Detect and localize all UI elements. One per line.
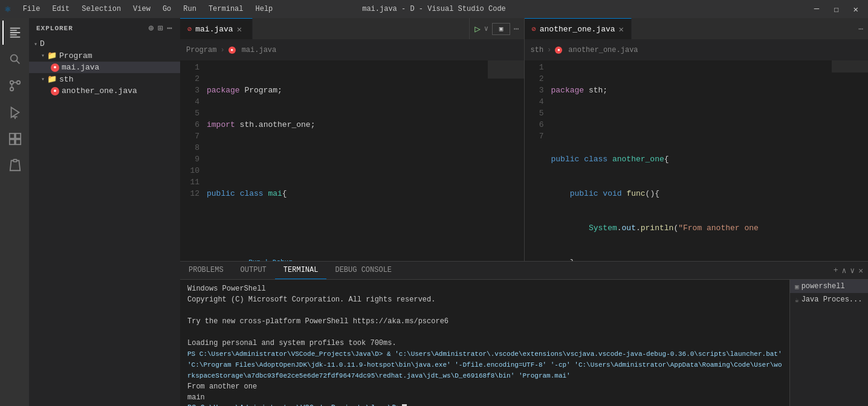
editors-container: ⊘ mai.java ✕ ▷ ∨ ▣ ⋯ xyxy=(180,18,868,261)
terminal-line-5 xyxy=(187,327,782,338)
tab-another-label: another_one.java xyxy=(540,25,615,34)
activity-explorer[interactable] xyxy=(2,21,27,45)
more-actions-left[interactable]: ⋯ xyxy=(514,24,519,34)
activity-extensions[interactable] xyxy=(2,127,27,151)
powershell-label: powershell xyxy=(802,282,845,291)
menu-view[interactable]: View xyxy=(128,4,155,14)
process-java[interactable]: ☕ Java Proces... xyxy=(790,293,868,306)
minimize-button[interactable]: ─ xyxy=(809,3,824,15)
window-controls: ─ ☐ ✕ xyxy=(809,3,863,16)
tree-item-mai[interactable]: ● mai.java xyxy=(29,62,180,73)
activity-test[interactable] xyxy=(2,153,27,178)
terminal-line-4: Try the new cross-platform PowerShell ht… xyxy=(187,316,782,327)
terminal-line-3 xyxy=(187,305,782,316)
svg-line-1 xyxy=(16,60,20,64)
run-dropdown[interactable]: ∨ xyxy=(484,24,488,33)
tab-another-one-java[interactable]: ⊘ another_one.java ✕ xyxy=(525,18,632,39)
tree-item-another-one[interactable]: ● another_one.java xyxy=(29,85,180,97)
tree-item-d[interactable]: ▾ D xyxy=(29,38,180,50)
menu-help[interactable]: Help xyxy=(251,4,278,14)
right-breadcrumb: sth › ● another_one.java xyxy=(525,39,869,60)
close-button[interactable]: ✕ xyxy=(849,3,863,16)
folder-d-label: D xyxy=(40,39,45,48)
left-breadcrumb: Program › ● mai.java xyxy=(180,39,524,60)
process-powershell[interactable]: ▣ powershell xyxy=(790,280,868,293)
left-code-editor[interactable]: 123 456 789 101112 package Program; impo… xyxy=(180,60,524,261)
file-mai-label: mai.java xyxy=(62,63,99,72)
tab-error-icon-mai: ⊘ xyxy=(187,25,192,34)
menu-terminal[interactable]: Terminal xyxy=(204,4,248,14)
tab-debug-console[interactable]: DEBUG CONSOLE xyxy=(326,262,400,279)
menu-go[interactable]: Go xyxy=(158,4,176,14)
maximize-button[interactable]: ☐ xyxy=(829,3,843,16)
tab-close-another[interactable]: ✕ xyxy=(619,24,624,34)
tab-mai-java[interactable]: ⊘ mai.java ✕ xyxy=(180,18,253,39)
folder-program-label: Program xyxy=(59,51,92,60)
svg-rect-12 xyxy=(16,140,21,144)
more-actions-icon[interactable]: ⋯ xyxy=(167,23,173,33)
tab-problems[interactable]: PROBLEMS xyxy=(180,262,232,279)
code-line-5b: Run | Debug xyxy=(204,257,488,261)
sidebar-header-actions: ⊕ ⊞ ⋯ xyxy=(149,23,173,33)
right-line-numbers: 123 456 7 xyxy=(525,60,549,261)
menu-bar: File Edit Selection View Go Run Terminal… xyxy=(18,4,278,14)
panel-maximize-icon[interactable]: ∨ xyxy=(850,266,855,276)
panel-collapse-icon[interactable]: ∧ xyxy=(842,266,847,276)
right-minimap xyxy=(832,60,868,261)
tab-output[interactable]: OUTPUT xyxy=(232,262,275,279)
panel-toggle[interactable]: ▣ xyxy=(492,23,510,35)
activity-bar xyxy=(0,18,29,406)
r-code-line-5: System.out.println("From another one xyxy=(549,222,832,234)
tree-item-program[interactable]: ▾ 📁 Program xyxy=(29,50,180,62)
tab-terminal[interactable]: TERMINAL xyxy=(275,262,327,279)
new-folder-icon[interactable]: ⊞ xyxy=(158,23,163,33)
right-code-editor[interactable]: 123 456 7 package sth; public class anot… xyxy=(525,60,869,261)
r-code-line-1: package sth; xyxy=(549,85,832,96)
svg-point-2 xyxy=(10,88,14,91)
terminal-prompt[interactable]: PS C:\Users\Administrator\VSCode_Project… xyxy=(187,403,782,406)
breadcrumb-error-icon-right: ● xyxy=(555,47,562,54)
menu-edit[interactable]: Edit xyxy=(47,4,74,14)
panel-close-icon[interactable]: ✕ xyxy=(858,266,863,276)
terminal-line-1: Windows PowerShell xyxy=(187,283,782,294)
right-editor-pane: ⊘ another_one.java ✕ ⋯ sth xyxy=(525,18,869,261)
code-line-3 xyxy=(204,153,488,165)
panel-tabs: PROBLEMS OUTPUT TERMINAL DEBUG CONSOLE +… xyxy=(180,262,868,280)
left-editor-pane: ⊘ mai.java ✕ ▷ ∨ ▣ ⋯ xyxy=(180,18,525,261)
sidebar: Explorer ⊕ ⊞ ⋯ ▾ D ▾ 📁 Program ● mai.jav… xyxy=(29,18,180,406)
breadcrumb-another: another_one.java xyxy=(568,46,638,54)
breadcrumb-sep2: › xyxy=(547,46,551,54)
menu-run[interactable]: Run xyxy=(178,4,201,14)
right-code-content: package sth; public class another_one{ p… xyxy=(549,60,832,261)
r-code-line-2 xyxy=(549,119,832,130)
terminal-line-2: Copyright (C) Microsoft Corporation. All… xyxy=(187,294,782,305)
activity-run-debug[interactable] xyxy=(2,100,27,124)
tree-item-sth[interactable]: ▾ 📁 sth xyxy=(29,73,180,85)
activity-source-control[interactable] xyxy=(2,74,27,98)
code-line-4: public class mai{ xyxy=(204,188,488,199)
new-terminal-icon[interactable]: + xyxy=(834,266,838,275)
svg-rect-11 xyxy=(10,140,15,144)
powershell-icon: ▣ xyxy=(795,283,799,291)
sidebar-header: Explorer ⊕ ⊞ ⋯ xyxy=(29,18,180,38)
svg-point-4 xyxy=(10,81,14,85)
java-process-icon: ☕ xyxy=(795,296,799,304)
menu-selection[interactable]: Selection xyxy=(77,4,126,14)
terminal-line-6: Loading personal and system profiles too… xyxy=(187,338,782,349)
activity-search[interactable] xyxy=(2,47,27,71)
breadcrumb-program: Program xyxy=(186,46,216,54)
run-button[interactable]: ▷ xyxy=(474,23,481,35)
vscode-logo-icon: ⚛ xyxy=(5,3,11,15)
left-minimap xyxy=(488,60,524,261)
code-line-5 xyxy=(204,222,488,234)
error-dot-another-one: ● xyxy=(51,87,59,95)
new-file-icon[interactable]: ⊕ xyxy=(149,23,154,33)
tab-mai-label: mai.java xyxy=(195,25,233,34)
terminal-line-9: main xyxy=(187,392,782,403)
terminal-output[interactable]: Windows PowerShell Copyright (C) Microso… xyxy=(180,280,789,406)
menu-file[interactable]: File xyxy=(18,4,45,14)
more-actions-right[interactable]: ⋯ xyxy=(858,24,863,34)
terminal-line-8: From another one xyxy=(187,381,782,392)
tab-close-mai[interactable]: ✕ xyxy=(237,24,242,34)
tree-arrow-d: ▾ xyxy=(34,40,37,48)
